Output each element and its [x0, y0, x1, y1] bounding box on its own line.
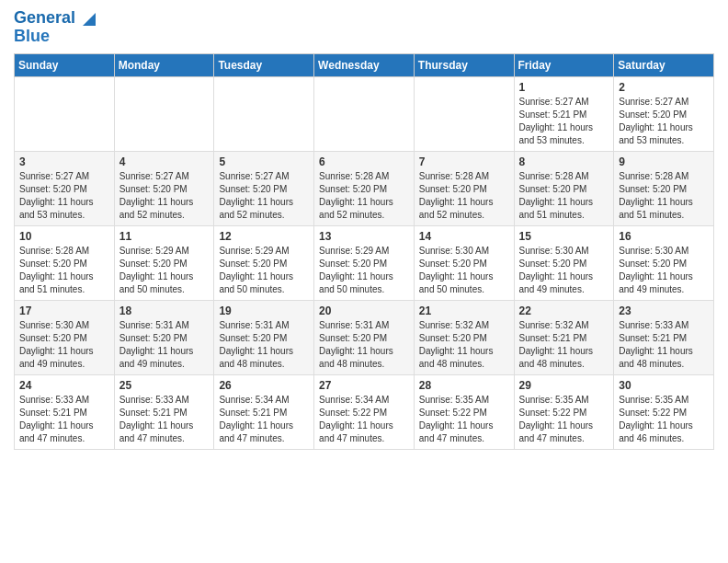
- week-row-0: 1Sunrise: 5:27 AM Sunset: 5:21 PM Daylig…: [15, 76, 714, 151]
- day-number: 28: [419, 379, 509, 392]
- day-number: 11: [119, 230, 210, 243]
- day-info: Sunrise: 5:27 AM Sunset: 5:20 PM Dayligh…: [119, 170, 210, 222]
- calendar-cell: [15, 76, 115, 151]
- page-container: General Blue SundayMondayTuesdayWednesda…: [0, 0, 728, 459]
- weekday-header-wednesday: Wednesday: [314, 53, 415, 76]
- weekday-header-monday: Monday: [114, 53, 214, 76]
- day-info: Sunrise: 5:31 AM Sunset: 5:20 PM Dayligh…: [219, 319, 309, 371]
- day-info: Sunrise: 5:28 AM Sunset: 5:20 PM Dayligh…: [319, 170, 409, 222]
- calendar-cell: [314, 76, 415, 151]
- day-info: Sunrise: 5:27 AM Sunset: 5:20 PM Dayligh…: [619, 96, 709, 147]
- day-number: 30: [619, 379, 709, 392]
- day-number: 8: [519, 155, 609, 168]
- calendar-cell: 19Sunrise: 5:31 AM Sunset: 5:20 PM Dayli…: [214, 300, 314, 374]
- calendar-cell: 26Sunrise: 5:34 AM Sunset: 5:21 PM Dayli…: [214, 374, 314, 449]
- day-info: Sunrise: 5:30 AM Sunset: 5:20 PM Dayligh…: [619, 245, 709, 296]
- day-number: 23: [619, 304, 709, 317]
- calendar-cell: 8Sunrise: 5:28 AM Sunset: 5:20 PM Daylig…: [514, 151, 614, 225]
- calendar-cell: 15Sunrise: 5:30 AM Sunset: 5:20 PM Dayli…: [514, 225, 614, 300]
- calendar-cell: 22Sunrise: 5:32 AM Sunset: 5:21 PM Dayli…: [514, 300, 614, 374]
- week-row-1: 3Sunrise: 5:27 AM Sunset: 5:20 PM Daylig…: [15, 151, 714, 225]
- day-info: Sunrise: 5:27 AM Sunset: 5:20 PM Dayligh…: [19, 170, 109, 222]
- day-number: 9: [619, 155, 709, 168]
- calendar-cell: 30Sunrise: 5:35 AM Sunset: 5:22 PM Dayli…: [614, 374, 714, 449]
- day-number: 4: [119, 155, 210, 168]
- calendar-cell: 20Sunrise: 5:31 AM Sunset: 5:20 PM Dayli…: [314, 300, 415, 374]
- day-number: 20: [319, 304, 409, 317]
- day-number: 2: [619, 81, 709, 94]
- calendar-cell: 12Sunrise: 5:29 AM Sunset: 5:20 PM Dayli…: [214, 225, 314, 300]
- day-number: 14: [419, 230, 509, 243]
- calendar-cell: 25Sunrise: 5:33 AM Sunset: 5:21 PM Dayli…: [114, 374, 214, 449]
- weekday-header-thursday: Thursday: [414, 53, 514, 76]
- day-number: 19: [219, 304, 309, 317]
- calendar-cell: 2Sunrise: 5:27 AM Sunset: 5:20 PM Daylig…: [614, 76, 714, 151]
- calendar-cell: 9Sunrise: 5:28 AM Sunset: 5:20 PM Daylig…: [614, 151, 714, 225]
- calendar-cell: 11Sunrise: 5:29 AM Sunset: 5:20 PM Dayli…: [114, 225, 214, 300]
- calendar-cell: 18Sunrise: 5:31 AM Sunset: 5:20 PM Dayli…: [114, 300, 214, 374]
- day-number: 22: [519, 304, 609, 317]
- day-info: Sunrise: 5:28 AM Sunset: 5:20 PM Dayligh…: [619, 170, 709, 222]
- calendar-cell: 3Sunrise: 5:27 AM Sunset: 5:20 PM Daylig…: [15, 151, 115, 225]
- calendar-cell: 6Sunrise: 5:28 AM Sunset: 5:20 PM Daylig…: [314, 151, 415, 225]
- day-number: 7: [419, 155, 509, 168]
- day-info: Sunrise: 5:35 AM Sunset: 5:22 PM Dayligh…: [519, 394, 609, 445]
- day-info: Sunrise: 5:35 AM Sunset: 5:22 PM Dayligh…: [419, 394, 509, 445]
- day-number: 27: [319, 379, 409, 392]
- day-info: Sunrise: 5:29 AM Sunset: 5:20 PM Dayligh…: [119, 245, 210, 296]
- day-info: Sunrise: 5:28 AM Sunset: 5:20 PM Dayligh…: [419, 170, 509, 222]
- header-row: SundayMondayTuesdayWednesdayThursdayFrid…: [15, 53, 714, 76]
- calendar-cell: 4Sunrise: 5:27 AM Sunset: 5:20 PM Daylig…: [114, 151, 214, 225]
- calendar-cell: 14Sunrise: 5:30 AM Sunset: 5:20 PM Dayli…: [414, 225, 514, 300]
- day-number: 18: [119, 304, 210, 317]
- calendar-cell: 13Sunrise: 5:29 AM Sunset: 5:20 PM Dayli…: [314, 225, 415, 300]
- day-number: 13: [319, 230, 409, 243]
- day-number: 17: [19, 304, 109, 317]
- day-number: 1: [519, 81, 609, 94]
- day-info: Sunrise: 5:33 AM Sunset: 5:21 PM Dayligh…: [119, 394, 210, 445]
- day-number: 16: [619, 230, 709, 243]
- calendar-cell: 23Sunrise: 5:33 AM Sunset: 5:21 PM Dayli…: [614, 300, 714, 374]
- calendar-cell: 28Sunrise: 5:35 AM Sunset: 5:22 PM Dayli…: [414, 374, 514, 449]
- logo-text: General: [14, 9, 75, 28]
- day-number: 10: [19, 230, 109, 243]
- calendar-table: SundayMondayTuesdayWednesdayThursdayFrid…: [14, 53, 714, 450]
- day-info: Sunrise: 5:32 AM Sunset: 5:21 PM Dayligh…: [519, 319, 609, 371]
- day-number: 26: [219, 379, 309, 392]
- day-number: 25: [119, 379, 210, 392]
- calendar-cell: 17Sunrise: 5:30 AM Sunset: 5:20 PM Dayli…: [15, 300, 115, 374]
- day-info: Sunrise: 5:30 AM Sunset: 5:20 PM Dayligh…: [19, 319, 109, 371]
- day-number: 24: [19, 379, 109, 392]
- day-info: Sunrise: 5:30 AM Sunset: 5:20 PM Dayligh…: [419, 245, 509, 296]
- calendar-cell: 1Sunrise: 5:27 AM Sunset: 5:21 PM Daylig…: [514, 76, 614, 151]
- week-row-3: 17Sunrise: 5:30 AM Sunset: 5:20 PM Dayli…: [15, 300, 714, 374]
- day-info: Sunrise: 5:30 AM Sunset: 5:20 PM Dayligh…: [519, 245, 609, 296]
- calendar-cell: 10Sunrise: 5:28 AM Sunset: 5:20 PM Dayli…: [15, 225, 115, 300]
- calendar-cell: [114, 76, 214, 151]
- logo-icon: [77, 9, 96, 28]
- day-info: Sunrise: 5:29 AM Sunset: 5:20 PM Dayligh…: [219, 245, 309, 296]
- logo-general: General: [14, 8, 75, 27]
- day-info: Sunrise: 5:32 AM Sunset: 5:20 PM Dayligh…: [419, 319, 509, 371]
- day-info: Sunrise: 5:33 AM Sunset: 5:21 PM Dayligh…: [619, 319, 709, 371]
- logo: General Blue: [14, 9, 96, 46]
- calendar-cell: 5Sunrise: 5:27 AM Sunset: 5:20 PM Daylig…: [214, 151, 314, 225]
- day-info: Sunrise: 5:27 AM Sunset: 5:21 PM Dayligh…: [519, 96, 609, 147]
- calendar-cell: 21Sunrise: 5:32 AM Sunset: 5:20 PM Dayli…: [414, 300, 514, 374]
- day-info: Sunrise: 5:33 AM Sunset: 5:21 PM Dayligh…: [19, 394, 109, 445]
- day-info: Sunrise: 5:27 AM Sunset: 5:20 PM Dayligh…: [219, 170, 309, 222]
- header: General Blue: [14, 9, 714, 46]
- day-info: Sunrise: 5:28 AM Sunset: 5:20 PM Dayligh…: [519, 170, 609, 222]
- day-number: 12: [219, 230, 309, 243]
- weekday-header-saturday: Saturday: [614, 53, 714, 76]
- day-number: 29: [519, 379, 609, 392]
- calendar-cell: [214, 76, 314, 151]
- weekday-header-friday: Friday: [514, 53, 614, 76]
- calendar-cell: 29Sunrise: 5:35 AM Sunset: 5:22 PM Dayli…: [514, 374, 614, 449]
- day-info: Sunrise: 5:31 AM Sunset: 5:20 PM Dayligh…: [319, 319, 409, 371]
- week-row-4: 24Sunrise: 5:33 AM Sunset: 5:21 PM Dayli…: [15, 374, 714, 449]
- calendar-cell: 24Sunrise: 5:33 AM Sunset: 5:21 PM Dayli…: [15, 374, 115, 449]
- svg-marker-0: [83, 13, 96, 26]
- day-info: Sunrise: 5:31 AM Sunset: 5:20 PM Dayligh…: [119, 319, 210, 371]
- day-number: 5: [219, 155, 309, 168]
